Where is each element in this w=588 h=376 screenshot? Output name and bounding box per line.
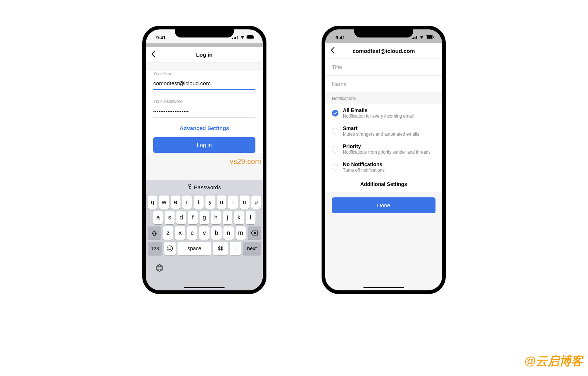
svg-rect-9 <box>189 188 191 189</box>
password-label: Your Password <box>153 99 255 104</box>
option-title: Priority <box>343 143 431 149</box>
key-v[interactable]: v <box>199 226 209 240</box>
key-u[interactable]: u <box>217 196 226 209</box>
notification-option-no-notifications[interactable]: No NotificationsTurns off notifications <box>325 158 442 176</box>
grey-strip <box>146 43 263 47</box>
numbers-key[interactable]: 123 <box>148 242 162 255</box>
svg-rect-3 <box>237 36 238 39</box>
key-i[interactable]: i <box>228 196 238 209</box>
password-field[interactable]: •••••••••••••••••••• <box>153 104 255 118</box>
backspace-key[interactable] <box>248 226 261 240</box>
email-field[interactable] <box>153 76 255 90</box>
svg-rect-6 <box>254 36 255 38</box>
svg-rect-0 <box>232 38 233 39</box>
key-l[interactable]: l <box>246 211 255 224</box>
battery-icon <box>426 35 434 40</box>
shift-key[interactable] <box>148 226 161 240</box>
key-h[interactable]: h <box>211 211 220 224</box>
additional-settings-link[interactable]: Additional Settings <box>325 176 442 192</box>
passwords-suggestion[interactable]: Passwords <box>146 180 263 194</box>
notification-option-priority[interactable]: PriorityNotifications from priority send… <box>325 140 442 158</box>
dot-key[interactable]: . <box>230 242 241 255</box>
key-r[interactable]: r <box>182 196 192 209</box>
svg-rect-17 <box>412 38 413 39</box>
key-n[interactable]: n <box>223 226 234 240</box>
key-g[interactable]: g <box>200 211 209 224</box>
login-button[interactable]: Log in <box>153 137 255 153</box>
key-k[interactable]: k <box>234 211 244 224</box>
done-button[interactable]: Done <box>332 197 435 213</box>
notifications-header: Notifications <box>325 92 442 104</box>
signal-icon <box>232 35 238 40</box>
key-x[interactable]: x <box>175 226 185 240</box>
key-icon <box>188 184 192 191</box>
key-b[interactable]: b <box>211 226 222 240</box>
status-time: 9:41 <box>336 35 345 40</box>
key-c[interactable]: c <box>187 226 197 240</box>
email-label: Your Email <box>153 71 255 76</box>
keyboard: Passwords qwertyuiop asdfghjkl zxcvbnm 1… <box>146 180 263 290</box>
title-field[interactable]: Title <box>325 59 442 76</box>
watermark-center: vs29.com <box>230 157 261 166</box>
notification-option-all-emails[interactable]: All EmailsNotification for every incomin… <box>325 104 442 122</box>
globe-key[interactable] <box>146 258 263 273</box>
key-d[interactable]: d <box>176 211 186 224</box>
key-s[interactable]: s <box>165 211 174 224</box>
advanced-settings-link[interactable]: Advanced Settings <box>153 118 255 137</box>
svg-rect-20 <box>416 36 417 39</box>
home-indicator[interactable] <box>184 287 225 288</box>
svg-rect-2 <box>235 37 236 39</box>
back-icon[interactable] <box>330 47 335 55</box>
option-subtitle: Mutes strangers and automated emails <box>343 132 419 137</box>
key-y[interactable]: y <box>205 196 215 209</box>
nav-bar: comodtest@icloud.com <box>325 43 442 59</box>
wifi-icon <box>419 35 424 40</box>
key-p[interactable]: p <box>251 196 261 209</box>
key-a[interactable]: a <box>153 211 163 224</box>
status-icons <box>232 35 255 40</box>
option-title: No Notifications <box>343 161 384 167</box>
svg-rect-10 <box>189 189 190 190</box>
svg-rect-22 <box>427 36 432 39</box>
key-w[interactable]: w <box>159 196 169 209</box>
next-key[interactable]: next <box>243 242 261 255</box>
key-j[interactable]: j <box>223 211 232 224</box>
svg-point-12 <box>169 247 169 248</box>
at-key[interactable]: @ <box>213 242 228 255</box>
emoji-key[interactable] <box>164 242 176 255</box>
key-m[interactable]: m <box>236 226 246 240</box>
key-t[interactable]: t <box>194 196 203 209</box>
svg-rect-18 <box>413 37 414 39</box>
radio-checked-icon <box>332 110 338 117</box>
svg-rect-19 <box>415 37 416 39</box>
radio-unchecked-icon <box>332 164 338 171</box>
key-f[interactable]: f <box>188 211 197 224</box>
radio-unchecked-icon <box>332 128 338 135</box>
option-title: All Emails <box>343 107 414 113</box>
notch <box>354 29 413 37</box>
nav-title: comodtest@icloud.com <box>352 48 415 54</box>
notch <box>175 29 234 37</box>
phone-settings: 9:41 comodtest@icloud.com Title Name <box>322 26 446 294</box>
space-key[interactable]: space <box>178 242 211 255</box>
status-icons <box>412 35 434 40</box>
passwords-suggestion-label: Passwords <box>194 184 221 190</box>
key-z[interactable]: z <box>163 226 173 240</box>
key-e[interactable]: e <box>171 196 180 209</box>
notification-option-smart[interactable]: SmartMutes strangers and automated email… <box>325 122 442 140</box>
svg-point-11 <box>167 246 173 251</box>
key-q[interactable]: q <box>148 196 157 209</box>
watermark-corner: @云启博客 <box>524 353 583 369</box>
name-field[interactable]: Name <box>325 76 442 92</box>
login-form: Your Email Your Password •••••••••••••••… <box>146 71 263 153</box>
wifi-icon <box>240 35 245 40</box>
svg-point-13 <box>171 247 171 248</box>
option-subtitle: Notifications from priority sender and t… <box>343 150 431 155</box>
signal-icon <box>412 35 417 40</box>
radio-unchecked-icon <box>332 146 338 153</box>
home-indicator[interactable] <box>363 287 404 288</box>
back-icon[interactable] <box>151 51 155 58</box>
svg-rect-1 <box>234 37 235 39</box>
key-o[interactable]: o <box>240 196 249 209</box>
svg-rect-23 <box>433 36 434 38</box>
